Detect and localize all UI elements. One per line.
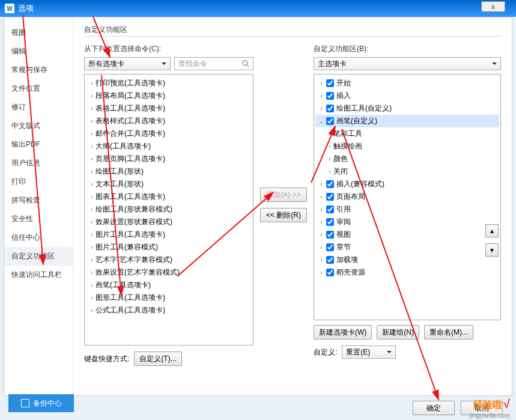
caret-icon bbox=[318, 231, 325, 238]
tree-node[interactable]: 图表工具(工具选项卡) bbox=[86, 190, 252, 203]
tree-node[interactable]: 颜色 bbox=[315, 153, 499, 165]
dialog-footer: 确定 取消 bbox=[413, 401, 503, 415]
checkbox[interactable] bbox=[326, 92, 334, 100]
tree-node[interactable]: 触摸绘画 bbox=[315, 140, 499, 153]
search-input[interactable]: 查找命令 bbox=[174, 57, 253, 70]
caret-icon bbox=[318, 193, 325, 200]
sidebar-item[interactable]: 常规与保存 bbox=[4, 61, 73, 79]
checkbox[interactable] bbox=[326, 193, 334, 201]
tree-node[interactable]: 图片工具(工具选项卡) bbox=[86, 228, 252, 241]
ok-button[interactable]: 确定 bbox=[413, 401, 455, 415]
tree-node[interactable]: 关闭 bbox=[315, 165, 499, 178]
move-up-button[interactable]: ▲ bbox=[485, 224, 499, 237]
sidebar-item[interactable]: 文件位置 bbox=[4, 79, 73, 98]
tree-node[interactable]: 打印预览(工具选项卡) bbox=[86, 77, 252, 90]
chevron-right-icon bbox=[88, 130, 96, 137]
tree-node[interactable]: 绘图工具(形状兼容模式) bbox=[86, 203, 252, 216]
tree-node[interactable]: 笔和工具 bbox=[315, 127, 499, 140]
checkbox[interactable] bbox=[326, 79, 334, 87]
app-icon: W bbox=[5, 4, 14, 13]
close-button[interactable]: x bbox=[481, 1, 505, 12]
checkbox[interactable] bbox=[326, 269, 334, 276]
checkbox[interactable] bbox=[326, 243, 334, 251]
tree-node[interactable]: 表格工具(工具选项卡) bbox=[86, 102, 252, 115]
rename-button[interactable]: 重命名(M)... bbox=[424, 325, 473, 339]
checkbox[interactable] bbox=[326, 117, 334, 125]
caret-icon bbox=[318, 80, 325, 87]
sidebar-item[interactable]: 信任中心 bbox=[4, 228, 73, 247]
choose-commands-label: 从下列位置选择命令(C): bbox=[84, 44, 253, 54]
sidebar-item[interactable]: 打印 bbox=[4, 172, 73, 191]
tree-node[interactable]: 视图 bbox=[315, 228, 499, 241]
checkbox[interactable] bbox=[326, 231, 334, 239]
tree-node[interactable]: 画笔(工具选项卡) bbox=[86, 279, 252, 291]
tree-node[interactable]: 引用 bbox=[315, 203, 499, 216]
checkbox[interactable] bbox=[326, 180, 334, 188]
move-down-button[interactable]: ▼ bbox=[485, 243, 499, 257]
checkbox[interactable] bbox=[326, 105, 334, 112]
checkbox[interactable] bbox=[326, 256, 334, 264]
ribbon-tree[interactable]: 开始插入绘图工具(自定义)画笔(自定义)笔和工具触摸绘画颜色关闭插入(兼容模式)… bbox=[314, 74, 501, 320]
cancel-button[interactable]: 取消 bbox=[461, 401, 503, 415]
caret-icon bbox=[326, 168, 333, 175]
ribbon-tabs-dropdown[interactable]: 主选项卡 bbox=[314, 57, 501, 70]
sidebar-item[interactable]: 拼写检查 bbox=[4, 191, 73, 210]
custom-label: 自定义: bbox=[314, 347, 337, 358]
tree-node[interactable]: 大纲(工具选项卡) bbox=[86, 140, 252, 153]
right-column: 自定义功能区(B): 主选项卡 开始插入绘图工具(自定义)画笔(自定义)笔和工具… bbox=[314, 44, 501, 366]
tree-node[interactable]: 艺术字(艺术字兼容模式) bbox=[86, 254, 252, 266]
tree-node[interactable]: 插入 bbox=[315, 90, 499, 102]
tree-node[interactable]: 加载项 bbox=[315, 254, 499, 266]
tree-node[interactable]: 图片工具(兼容模式) bbox=[86, 241, 252, 254]
titlebar: W 选项 x bbox=[0, 0, 516, 17]
new-group-button[interactable]: 新建组(N) bbox=[377, 325, 419, 339]
chevron-right-icon bbox=[88, 294, 96, 301]
sidebar-item[interactable]: 中文版式 bbox=[4, 117, 73, 135]
tree-node[interactable]: 插入(兼容模式) bbox=[315, 178, 499, 190]
tree-node[interactable]: 章节 bbox=[315, 241, 499, 254]
tree-node[interactable]: 段落布局(工具选项卡) bbox=[86, 90, 252, 102]
sidebar-item[interactable]: 用户信息 bbox=[4, 154, 73, 172]
sidebar-item[interactable]: 安全性 bbox=[4, 210, 73, 228]
checkbox[interactable] bbox=[326, 205, 334, 213]
caret-icon bbox=[318, 244, 325, 251]
commands-tree[interactable]: 打印预览(工具选项卡)段落布局(工具选项卡)表格工具(工具选项卡)表格样式(工具… bbox=[84, 74, 253, 345]
new-tab-button[interactable]: 新建选项卡(W) bbox=[314, 325, 372, 339]
tree-node[interactable]: 效果设置(艺术字兼容模式) bbox=[86, 266, 252, 279]
tree-node[interactable]: 表格样式(工具选项卡) bbox=[86, 115, 252, 127]
svg-point-0 bbox=[243, 61, 247, 65]
caret-icon bbox=[318, 257, 325, 263]
main-panel: 自定义功能区 从下列位置选择命令(C): 所有选项卡 查找命令 打印预览(工具选… bbox=[73, 17, 512, 395]
sidebar-item[interactable]: 编辑 bbox=[4, 42, 73, 61]
tree-node[interactable]: 绘图工具(自定义) bbox=[315, 102, 499, 115]
tree-node[interactable]: 图形工具(工具选项卡) bbox=[86, 291, 252, 304]
sidebar-item[interactable]: 修订 bbox=[4, 98, 73, 117]
tree-node[interactable]: 稻壳资源 bbox=[315, 266, 499, 279]
sidebar-item[interactable]: 输出PDF bbox=[4, 135, 73, 154]
chevron-right-icon bbox=[88, 105, 96, 112]
remove-button[interactable]: << 删除(R) bbox=[260, 208, 307, 222]
tree-node[interactable]: 页眉页脚(工具选项卡) bbox=[86, 153, 252, 165]
caret-icon bbox=[318, 105, 325, 112]
chevron-right-icon bbox=[88, 118, 96, 124]
tree-node[interactable]: 审阅 bbox=[315, 216, 499, 228]
checkbox[interactable] bbox=[326, 218, 334, 226]
commands-source-dropdown[interactable]: 所有选项卡 bbox=[84, 57, 171, 70]
sidebar-item[interactable]: 快速访问工具栏 bbox=[4, 266, 73, 284]
tree-node[interactable]: 画笔(自定义) bbox=[315, 115, 499, 127]
sidebar-item[interactable]: 视图 bbox=[4, 23, 73, 42]
reset-dropdown[interactable]: 重置(E) bbox=[342, 345, 396, 359]
tree-node[interactable]: 公式工具(工具选项卡) bbox=[86, 304, 252, 317]
backup-center-button[interactable]: 备份中心 bbox=[8, 394, 74, 412]
tree-node[interactable]: 效果设置(形状兼容模式) bbox=[86, 216, 252, 228]
customize-keyboard-button[interactable]: 自定义(T)... bbox=[134, 352, 181, 366]
tree-node[interactable]: 页面布局 bbox=[315, 190, 499, 203]
sidebar-item[interactable]: 自定义功能区 bbox=[4, 247, 73, 266]
section-title: 自定义功能区 bbox=[84, 25, 501, 37]
add-button[interactable]: 添加(A) >> bbox=[260, 187, 307, 202]
chevron-right-icon bbox=[88, 307, 96, 314]
tree-node[interactable]: 绘图工具(形状) bbox=[86, 165, 252, 178]
tree-node[interactable]: 文本工具(形状) bbox=[86, 178, 252, 190]
tree-node[interactable]: 开始 bbox=[315, 77, 499, 90]
tree-node[interactable]: 邮件合并(工具选项卡) bbox=[86, 127, 252, 140]
